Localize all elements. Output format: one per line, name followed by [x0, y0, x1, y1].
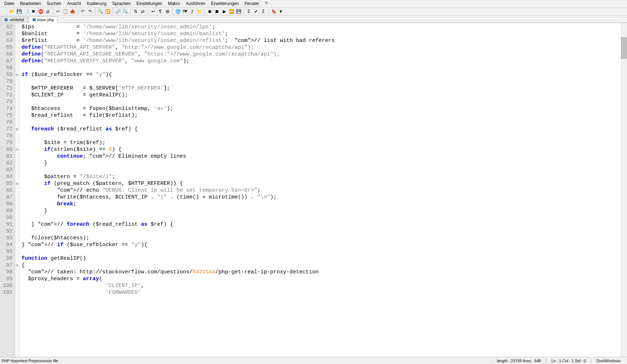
code-line[interactable]: if (preg_match ($pattern, $HTTP_REFERER)… [22, 180, 619, 187]
zoom-in-icon[interactable]: 🔎 [115, 8, 121, 15]
lang-icon[interactable]: 🌐 [175, 8, 181, 15]
fold-marker[interactable]: ⊟ [15, 71, 19, 78]
code-line[interactable]: $read_reflist = file($reflist); [22, 112, 619, 119]
code-line[interactable]: $site = trim($ref); [22, 139, 619, 146]
redo-icon[interactable]: ↷ [87, 8, 93, 15]
code-line[interactable]: "com">// taken: http://stackoverflow.com… [22, 269, 619, 276]
code-line[interactable]: 'CLIENT_IP', [22, 282, 619, 289]
code-line[interactable]: $HTTP_REFERER = $_SERVER['HTTP_REFERER']… [22, 85, 619, 92]
indent-guide-icon[interactable]: ⊞ [164, 8, 171, 15]
tab-iosec-php[interactable]: iosec.php [29, 16, 58, 23]
sigma-icon[interactable]: Σ [246, 8, 252, 15]
menu-einstellungen[interactable]: Einstellungen [133, 0, 165, 7]
stop-icon[interactable]: ⏹ [214, 8, 220, 15]
code-line[interactable]: $reflist = '/home/www/lib/security/iosec… [22, 37, 619, 44]
code-line[interactable]: 'FORWARDED' [22, 289, 619, 296]
copy-icon[interactable]: 📋 [62, 8, 69, 15]
menu-makro[interactable]: Makro [165, 0, 183, 7]
cut-icon[interactable]: ✂ [55, 8, 61, 15]
menu-bearbeiten[interactable]: Bearbeiten [17, 0, 44, 7]
code-line[interactable] [22, 78, 619, 85]
scrollbar-thumb[interactable] [621, 37, 627, 59]
code-line[interactable]: define("RECAPTCHA_API_SERVER", "http:">/… [22, 44, 619, 51]
code-line[interactable] [22, 214, 619, 221]
code-line[interactable] [22, 99, 619, 105]
menu-erweiterungen[interactable]: Erweiterungen [208, 0, 241, 7]
code-line[interactable]: if(strlen($site) == 0) { [22, 146, 619, 153]
menu-sprachen[interactable]: Sprachen [109, 0, 133, 7]
code-line[interactable] [22, 64, 619, 71]
open-icon[interactable]: 📂 [9, 8, 15, 15]
save-all-icon[interactable]: 📑 [23, 8, 29, 15]
code-line[interactable]: define("RECAPTCHA_API_SECURE_SERVER", "h… [22, 51, 619, 58]
close-all-icon[interactable]: ⛔ [37, 8, 44, 15]
menu-datei[interactable]: Datei [1, 0, 17, 7]
folder-icon[interactable]: 📁 [196, 8, 203, 15]
code-line[interactable]: function getRealIP() [22, 255, 619, 262]
doc-map-icon[interactable]: 🗺 [182, 8, 188, 15]
code-line[interactable]: continue; "com">// Eliminate empty lines [22, 153, 619, 160]
zoom-out-icon[interactable]: 🔍 [122, 8, 128, 15]
menu-?[interactable]: ? [262, 0, 270, 7]
wrap-icon[interactable]: ↩ [150, 8, 156, 15]
fold-marker[interactable]: ⊟ [15, 180, 19, 187]
print-icon[interactable]: 🖨 [44, 8, 51, 15]
new-icon[interactable]: 📄 [1, 8, 8, 15]
code-line[interactable]: $banlist = '/home/www/lib/security/iosec… [22, 30, 619, 37]
next-bm-icon[interactable]: ▼ [278, 8, 284, 15]
paste-icon[interactable]: 📥 [69, 8, 76, 15]
menu-ansicht[interactable]: Ansicht [64, 0, 84, 7]
vertical-scrollbar[interactable] [621, 23, 627, 357]
fold-marker[interactable]: ⊟ [15, 262, 19, 269]
code-line[interactable] [22, 119, 619, 126]
menu-kodierung[interactable]: Kodierung [84, 0, 109, 7]
code-line[interactable] [22, 248, 619, 255]
spell-icon[interactable]: ✔ [253, 8, 259, 15]
play-multi-icon[interactable]: ⏩ [228, 8, 235, 15]
code-line[interactable]: define("RECAPTCHA_VERIFY_SERVER", "www.g… [22, 58, 619, 64]
fold-marker [15, 112, 19, 119]
save-macro-icon[interactable]: 💾 [235, 8, 242, 15]
code-line[interactable] [22, 167, 619, 173]
save-icon[interactable]: 💾 [16, 8, 22, 15]
code-line[interactable]: fclose($htaccess); [22, 235, 619, 241]
menu-suchen[interactable]: Suchen [44, 0, 64, 7]
code-content[interactable]: $ips = '/home/www/lib/security/iosec_adm… [19, 23, 621, 357]
code-line[interactable]: if ($use_refblocker == "y"){ [22, 71, 619, 78]
code-line[interactable]: $CLIENT_IP = getRealIP(); [22, 92, 619, 99]
sigma2-icon[interactable]: Σ [260, 8, 267, 15]
code-line[interactable]: $htaccess = fopen($banlisttemp, 'a+'); [22, 105, 619, 112]
code-line[interactable]: $pattern = "/$site/i"; [22, 173, 619, 180]
bookmark-icon[interactable]: 🔖 [270, 8, 277, 15]
code-line[interactable]: { [22, 262, 619, 269]
code-line[interactable] [22, 228, 619, 235]
menu-fenster[interactable]: Fenster [242, 0, 262, 7]
all-chars-icon[interactable]: ¶ [157, 8, 164, 15]
fold-marker[interactable]: ⊟ [15, 126, 19, 133]
toolbar-separator [53, 9, 53, 14]
code-line[interactable]: break; [22, 201, 619, 207]
code-line[interactable]: } "com">// if ($use_refblocker == "y"){ [22, 241, 619, 248]
close-icon[interactable]: ✖ [30, 8, 37, 15]
code-line[interactable]: $proxy_headers = array( [22, 276, 619, 282]
tab--whitelist[interactable]: .whitelist [1, 16, 28, 23]
undo-icon[interactable]: ↶ [80, 8, 86, 15]
code-line[interactable]: } [22, 207, 619, 214]
record-icon[interactable]: ⏺ [207, 8, 213, 15]
fold-marker[interactable]: ⊟ [15, 146, 19, 153]
sync-v-icon[interactable]: ⇅ [132, 8, 139, 15]
func-list-icon[interactable]: ƒ [189, 8, 195, 15]
code-line[interactable]: foreach ($read_reflist as $ref) { [22, 126, 619, 133]
code-line[interactable]: } "com">// foreach ($read_reflist as $re… [22, 221, 619, 228]
find-icon[interactable]: 🔍 [97, 8, 104, 15]
code-line[interactable]: "com">// echo "DEBUG: Client ip will be … [22, 187, 619, 194]
code-line[interactable]: fwrite($htaccess, $CLIENT_IP . "|" . (ti… [22, 194, 619, 201]
code-line[interactable]: $ips = '/home/www/lib/security/iosec_adm… [22, 24, 619, 30]
play-icon[interactable]: ▶ [221, 8, 227, 15]
code-line[interactable]: } [22, 160, 619, 167]
menu-ausführen[interactable]: Ausführen [183, 0, 208, 7]
sync-h-icon[interactable]: ⇄ [140, 8, 146, 15]
line-number: 84 [0, 173, 15, 180]
replace-icon[interactable]: 🔁 [104, 8, 111, 15]
code-line[interactable] [22, 133, 619, 139]
